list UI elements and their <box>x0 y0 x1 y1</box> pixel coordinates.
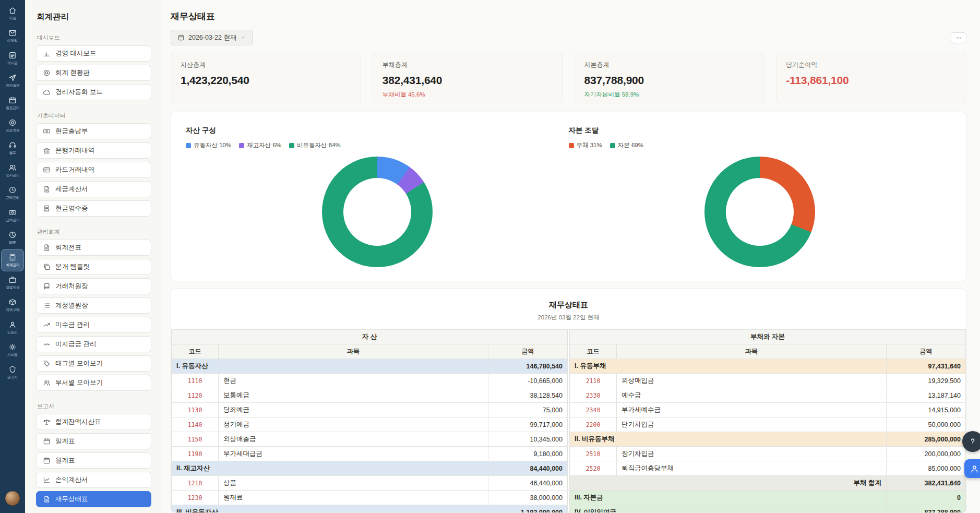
legend-item: 비유동자산 84% <box>289 141 341 149</box>
receipt-icon <box>43 205 51 212</box>
sidebar-item[interactable]: 태그별 모아보기 <box>36 355 151 372</box>
rail-item-box[interactable]: 자재구매 <box>1 294 24 316</box>
more-options-button[interactable] <box>951 32 966 43</box>
section-amount: 146,780,540 <box>488 359 568 374</box>
account-row[interactable]: 2110외상매입금19,329,500 <box>570 374 966 388</box>
rail-item-calendar[interactable]: 일정관리 <box>1 92 24 114</box>
account-row[interactable]: 2200단기차입금50,000,000 <box>570 417 966 432</box>
rail-item-people[interactable]: 인사관리 <box>1 159 24 182</box>
sidebar-item[interactable]: 경리자동화 보드 <box>36 84 151 100</box>
sidebar-item[interactable]: 부서별 모아보기 <box>36 375 151 391</box>
card-value: -113,861,100 <box>786 74 957 87</box>
trend-icon <box>43 321 51 329</box>
sidebar-section-label: 대시보드 <box>37 34 151 41</box>
rail-item-home[interactable]: 지원 <box>1 2 24 25</box>
sidebar-item-label: 월계표 <box>55 456 75 465</box>
sidebar-item[interactable]: 현금영수증 <box>36 200 151 217</box>
account-name: 외상매입금 <box>617 374 887 388</box>
sidebar-item[interactable]: 은행거래내역 <box>36 142 151 159</box>
account-row[interactable]: 1120보통예금38,128,540 <box>172 388 568 403</box>
rail-item-target[interactable]: 프로젝트 <box>1 114 24 137</box>
account-amount: 9,180,000 <box>488 447 568 461</box>
sidebar-item[interactable]: 월계표 <box>36 452 151 469</box>
donut <box>704 157 815 267</box>
calendar-icon <box>8 96 17 104</box>
account-row[interactable]: 1150외상매출금10,345,000 <box>172 432 568 447</box>
sidebar-item[interactable]: 미수금 관리 <box>36 317 151 333</box>
legend-swatch <box>569 143 574 148</box>
account-name: 외상매출금 <box>219 432 488 447</box>
section-name: I. 유동부채 <box>570 359 887 374</box>
profile-fab[interactable] <box>964 459 980 478</box>
sidebar-item[interactable]: 일계표 <box>36 433 151 449</box>
sidebar-item[interactable]: 미지급금 관리 <box>36 336 151 352</box>
rail-item-calculator[interactable]: 회계관리 <box>1 249 24 271</box>
sidebar-item[interactable]: 손익계산서 <box>36 472 151 488</box>
rail-item-pie[interactable]: ERP <box>1 226 24 249</box>
rail-item-label: 도토리 <box>7 330 18 335</box>
account-name: 당좌예금 <box>219 403 488 417</box>
sidebar-item[interactable]: 현금출납부 <box>36 123 151 139</box>
list-icon <box>43 302 51 309</box>
rail-item-label: 프로젝트 <box>6 128 20 133</box>
sidebar-item[interactable]: 재무상태표 <box>36 491 151 507</box>
sidebar-section-label: 기초데이터 <box>37 112 151 119</box>
rail-item-gear[interactable]: 시스템 <box>1 339 24 361</box>
wave-icon <box>43 340 51 348</box>
section-name: I. 유동자산 <box>172 359 488 374</box>
section-amount: 0 <box>887 491 966 505</box>
rail-item-send[interactable]: 전자결재 <box>1 69 24 92</box>
account-row[interactable]: 1210상품46,440,000 <box>172 476 568 491</box>
col-header: 코드 <box>172 344 219 359</box>
rail-item-clock[interactable]: 근태관리 <box>1 182 24 204</box>
sidebar-item[interactable]: 회계 현황판 <box>36 65 151 81</box>
card-label: 부채총계 <box>383 61 553 69</box>
account-row[interactable]: 2510장기차입금200,000,000 <box>570 447 966 461</box>
rail-item-mail[interactable]: 이메일 <box>1 25 24 47</box>
account-row[interactable]: 1110현금-10,665,000 <box>172 374 568 388</box>
sidebar-item[interactable]: 거래처원장 <box>36 278 151 294</box>
sidebar-item[interactable]: 분개 템플릿 <box>36 259 151 275</box>
account-row[interactable]: 1130당좌예금75,000 <box>172 403 568 417</box>
account-amount: 14,915,000 <box>887 403 966 417</box>
account-row[interactable]: 1190부가세대급금9,180,000 <box>172 447 568 461</box>
sidebar-item[interactable]: 합계잔액시산표 <box>36 414 151 430</box>
avatar[interactable] <box>5 491 20 506</box>
account-row[interactable]: 1230원재료38,000,000 <box>172 491 568 505</box>
balance-sheet-subtitle: 2026년 03월 22일 현재 <box>171 314 966 321</box>
bs-left: 자 산코드과목금액I. 유동자산146,780,5401110현금-10,665… <box>171 329 568 513</box>
toolbar: 2026-03-22 현재 <box>171 30 966 45</box>
account-row[interactable]: 2330예수금13,187,140 <box>570 388 966 403</box>
sidebar-item[interactable]: 세금계산서 <box>36 181 151 197</box>
help-fab[interactable] <box>962 431 980 452</box>
sidebar-item-label: 세금계산서 <box>55 185 88 194</box>
rail-item-user[interactable]: 도토리 <box>1 316 24 339</box>
account-name: 부가세대급금 <box>219 447 488 461</box>
rail-item-briefcase[interactable]: 경영지원 <box>1 271 24 294</box>
rail-item-headset[interactable]: 헬프 <box>1 137 24 159</box>
sidebar-item[interactable]: 회계전표 <box>36 240 151 256</box>
rail-item-shield[interactable]: 관리자 <box>1 361 24 384</box>
account-row[interactable]: 2520퇴직급여충당부채85,000,000 <box>570 461 966 476</box>
sidebar-item[interactable]: 계정별원장 <box>36 297 151 314</box>
question-icon <box>967 436 978 447</box>
rail-item-board[interactable]: 게시판 <box>1 47 24 69</box>
summary-card: 당기순이익-113,861,100 <box>776 53 966 103</box>
headset-icon <box>8 141 17 149</box>
section-name: III. 자본금 <box>570 491 887 505</box>
sidebar-item[interactable]: 카드거래내역 <box>36 162 151 178</box>
rail-item-money[interactable]: 급여관리 <box>1 204 24 226</box>
account-name: 단기차입금 <box>617 417 887 432</box>
account-row[interactable]: 2340부가세예수금14,915,000 <box>570 403 966 417</box>
sidebar-item-label: 거래처원장 <box>55 282 88 291</box>
account-row[interactable]: 1140정기예금99,717,000 <box>172 417 568 432</box>
account-amount: 75,000 <box>488 403 568 417</box>
section-row: III. 자본금0 <box>570 491 966 505</box>
legend-item: 자본 69% <box>610 141 643 149</box>
sidebar-item-label: 회계전표 <box>55 243 81 252</box>
account-code: 1150 <box>172 432 219 447</box>
legend-item: 유동자산 10% <box>186 141 231 149</box>
calendar-icon <box>177 34 185 41</box>
sidebar-item[interactable]: 경영 대시보드 <box>36 45 151 62</box>
date-selector-button[interactable]: 2026-03-22 현재 <box>171 30 253 45</box>
